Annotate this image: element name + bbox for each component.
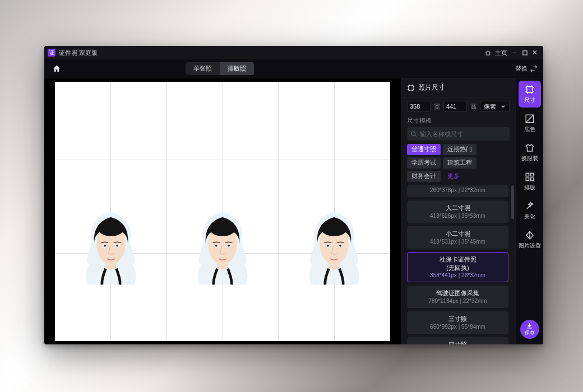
close-button[interactable]: ✕ [530, 48, 540, 58]
svg-rect-3 [526, 87, 533, 93]
segment-layout[interactable]: 排版照 [220, 62, 254, 75]
rail-label: 换服装 [521, 155, 538, 162]
category-chip[interactable]: 更多 [443, 171, 464, 182]
rail-label: 尺寸 [524, 96, 535, 104]
template-search[interactable] [407, 127, 510, 141]
template-search-input[interactable] [420, 130, 506, 137]
svg-rect-8 [530, 178, 533, 181]
category-chip[interactable]: 建筑工程 [443, 157, 476, 169]
width-label: 宽 [434, 102, 440, 111]
template-title: 三寸照 [410, 315, 505, 323]
template-subtitle: 650*992px | 55*84mm [410, 324, 505, 330]
template-subtitle: 413*626px | 35*53mm [410, 213, 505, 219]
svg-point-2 [411, 132, 415, 136]
template-title: 社保卡证件照(无回执) [410, 255, 505, 272]
rail-label: 底色 [524, 125, 535, 133]
app-logo-icon: 证 [48, 49, 55, 57]
clothes-icon [524, 142, 535, 153]
dimensions-row: 宽 高 像素 [401, 97, 515, 115]
save-label: 保存 [525, 329, 535, 337]
svg-rect-5 [526, 173, 529, 176]
panel-header-label: 照片尺寸 [418, 83, 445, 92]
minimize-button[interactable]: － [510, 48, 520, 58]
height-label: 高 [470, 102, 476, 111]
template-card[interactable]: 大二寸照413*626px | 35*53mm [407, 200, 508, 223]
app-title: 证件照 家庭版 [59, 49, 98, 57]
template-subtitle: 413*531px | 35*45mm [410, 239, 505, 245]
image-settings-icon [524, 230, 535, 241]
rail-label: 排版 [524, 184, 535, 192]
rail-label: 美化 [524, 213, 535, 221]
frame-icon [407, 84, 415, 92]
main-area: 照片尺寸 宽 高 像素 尺寸模板 普通寸照近期热门学历考试建筑工程财务会计更多 … [44, 78, 543, 344]
template-subtitle: 358*441px | 26*32mm [410, 272, 505, 278]
maximize-button[interactable] [520, 48, 530, 58]
template-title: 大二寸照 [410, 204, 505, 212]
size-icon [524, 84, 535, 95]
category-chip[interactable]: 近期热门 [443, 144, 476, 155]
home-link-label[interactable]: 主页 [493, 48, 510, 58]
rail-label: 图片设置 [519, 242, 541, 250]
unit-value: 像素 [484, 102, 496, 111]
template-card[interactable]: 小二寸照413*531px | 35*45mm [407, 226, 508, 249]
template-card[interactable]: 社保卡证件照(无回执)358*441px | 26*32mm [407, 252, 508, 283]
rail-item-layout[interactable]: 排版 [519, 168, 541, 195]
search-icon [410, 130, 418, 138]
photo-cell [186, 202, 259, 294]
replace-label: 替换 [515, 64, 528, 73]
home-icon[interactable] [50, 62, 63, 76]
svg-rect-1 [409, 85, 413, 90]
height-input[interactable] [443, 101, 467, 112]
template-title: 驾驶证图像采集 [410, 289, 505, 297]
template-card[interactable]: 260*378px | 22*32mm [407, 185, 508, 197]
unit-select[interactable]: 像素 [480, 101, 510, 112]
category-chips: 普通寸照近期热门学历考试建筑工程财务会计更多 [401, 144, 515, 185]
category-chip[interactable]: 学历考试 [407, 157, 441, 169]
category-chip[interactable]: 普通寸照 [407, 144, 441, 155]
photo-cell [298, 202, 371, 294]
rail-item-size[interactable]: 尺寸 [519, 81, 541, 108]
replace-button[interactable]: 替换 [515, 64, 538, 73]
template-card[interactable]: 三寸照650*992px | 55*84mm [407, 311, 508, 334]
svg-rect-7 [526, 178, 529, 181]
layout-icon [524, 171, 535, 183]
background-icon [524, 113, 535, 124]
side-panel: 照片尺寸 宽 高 像素 尺寸模板 普通寸照近期热门学历考试建筑工程财务会计更多 … [401, 78, 515, 344]
home-link[interactable] [483, 48, 493, 58]
svg-rect-6 [530, 173, 533, 176]
svg-rect-0 [522, 50, 526, 54]
template-subtitle: 780*1134px | 22*32mm [410, 298, 505, 304]
download-icon [526, 322, 533, 329]
scrollbar-thumb[interactable] [511, 185, 514, 219]
title-bar: 证 证件照 家庭版 主页 － ✕ [44, 46, 543, 59]
template-card[interactable]: 驾驶证图像采集780*1134px | 22*32mm [407, 286, 508, 308]
app-window: 证 证件照 家庭版 主页 － ✕ 单张照 排版照 替换 [44, 46, 543, 344]
photo-cell [75, 202, 147, 294]
category-chip[interactable]: 财务会计 [407, 171, 441, 182]
rail-item-background[interactable]: 底色 [519, 110, 541, 137]
right-rail: 尺寸底色换服装排版美化图片设置 保存 [515, 78, 543, 344]
segment-single[interactable]: 单张照 [186, 62, 220, 75]
template-title: 四寸照 [410, 340, 505, 344]
template-title: 小二寸照 [410, 230, 505, 238]
rail-item-image-settings[interactable]: 图片设置 [519, 226, 541, 253]
view-mode-segment: 单张照 排版照 [186, 62, 254, 75]
toolbar: 单张照 排版照 替换 [44, 59, 543, 78]
template-subtitle: 260*378px | 22*32mm [410, 187, 505, 193]
rail-item-beautify[interactable]: 美化 [519, 197, 541, 224]
chevron-down-icon [501, 104, 506, 109]
width-input[interactable] [407, 101, 431, 112]
scrollbar[interactable] [511, 185, 514, 344]
template-section-label: 尺寸模板 [401, 115, 515, 127]
photo-sheet[interactable] [55, 82, 390, 341]
canvas [44, 78, 401, 344]
template-list: 260*378px | 22*32mm大二寸照413*626px | 35*53… [401, 185, 515, 344]
beautify-icon [524, 200, 535, 212]
template-card[interactable]: 四寸照898*1181px | 76*100mm [407, 337, 508, 344]
panel-header: 照片尺寸 [401, 78, 515, 97]
rail-item-clothes[interactable]: 换服装 [519, 139, 541, 166]
save-button[interactable]: 保存 [520, 320, 539, 339]
